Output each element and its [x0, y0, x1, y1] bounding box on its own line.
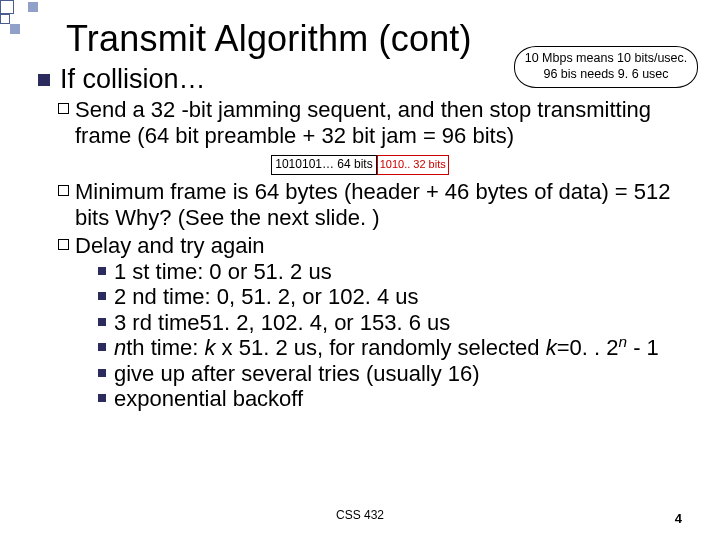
bullet-level3: 2 nd time: 0, 51. 2, or 102. 4 us	[98, 284, 682, 310]
lvl1-text: If collision…	[60, 64, 206, 95]
bullet-level3: give up after several tries (usually 16)	[98, 361, 682, 387]
page-number: 4	[675, 511, 682, 526]
var-n: n	[114, 335, 126, 360]
open-bullet-icon	[58, 185, 69, 196]
bullet-level2-delay: Delay and try again	[58, 233, 682, 259]
bullet-level3: nth time: k x 51. 2 us, for randomly sel…	[98, 335, 682, 361]
rest-text: frame is 64 bytes (header + 46 bytes of …	[75, 179, 671, 230]
frame-diagram: 1010101… 64 bits 1010.. 32 bits	[38, 155, 682, 175]
callout-line2: 96 bis needs 9. 6 usec	[515, 67, 697, 83]
var-k: k	[205, 335, 216, 360]
bullet-level2-minimum: Minimum frame is 64 bytes (header + 46 b…	[58, 179, 682, 231]
callout-bubble: 10 Mbps means 10 bits/usec. 96 bis needs…	[514, 46, 698, 88]
delay-1: 1 st time: 0 or 51. 2 us	[114, 259, 332, 285]
delay-5: give up after several tries (usually 16)	[114, 361, 480, 387]
tail: - 1	[627, 335, 659, 360]
lvl2-text: Delay and try again	[75, 233, 265, 259]
open-bullet-icon	[58, 239, 69, 250]
bullet-level2-send: Send a 32 -bit jamming sequent, and then…	[58, 97, 682, 149]
delay-2: 2 nd time: 0, 51. 2, or 102. 4 us	[114, 284, 419, 310]
times: x 51. 2 us, for randomly selected	[216, 335, 546, 360]
range: =0. . 2	[557, 335, 619, 360]
delay-3: 3 rd time51. 2, 102. 4, or 153. 6 us	[114, 310, 450, 336]
callout-line1: 10 Mbps means 10 bits/usec.	[515, 51, 697, 67]
bullet-icon	[38, 74, 50, 86]
small-bullet-icon	[98, 292, 106, 300]
exp-n: n	[618, 333, 627, 350]
preamble-box: 1010101… 64 bits	[271, 155, 376, 175]
small-bullet-icon	[98, 343, 106, 351]
small-bullet-icon	[98, 267, 106, 275]
small-bullet-icon	[98, 318, 106, 326]
mid: th time:	[126, 335, 204, 360]
bullet-level3: exponential backoff	[98, 386, 682, 412]
lvl2-text: Send a 32 -bit jamming sequent, and then…	[75, 97, 682, 149]
bullet-level3: 3 rd time51. 2, 102. 4, or 153. 6 us	[98, 310, 682, 336]
bullet-level3: 1 st time: 0 or 51. 2 us	[98, 259, 682, 285]
lvl2-text: Minimum frame is 64 bytes (header + 46 b…	[75, 179, 682, 231]
jam-box: 1010.. 32 bits	[377, 155, 449, 175]
open-bullet-icon	[58, 103, 69, 114]
small-bullet-icon	[98, 369, 106, 377]
var-k2: k	[546, 335, 557, 360]
slide-body: Transmit Algorithm (cont) 10 Mbps means …	[0, 0, 720, 540]
footer-text: CSS 432	[0, 508, 720, 522]
rest-text: a 32 -bit jamming sequent, and then stop…	[75, 97, 651, 148]
delay-4: nth time: k x 51. 2 us, for randomly sel…	[114, 335, 659, 361]
delay-6: exponential backoff	[114, 386, 303, 412]
lead-word: Minimum	[75, 179, 164, 204]
lead-word: Send	[75, 97, 126, 122]
small-bullet-icon	[98, 394, 106, 402]
